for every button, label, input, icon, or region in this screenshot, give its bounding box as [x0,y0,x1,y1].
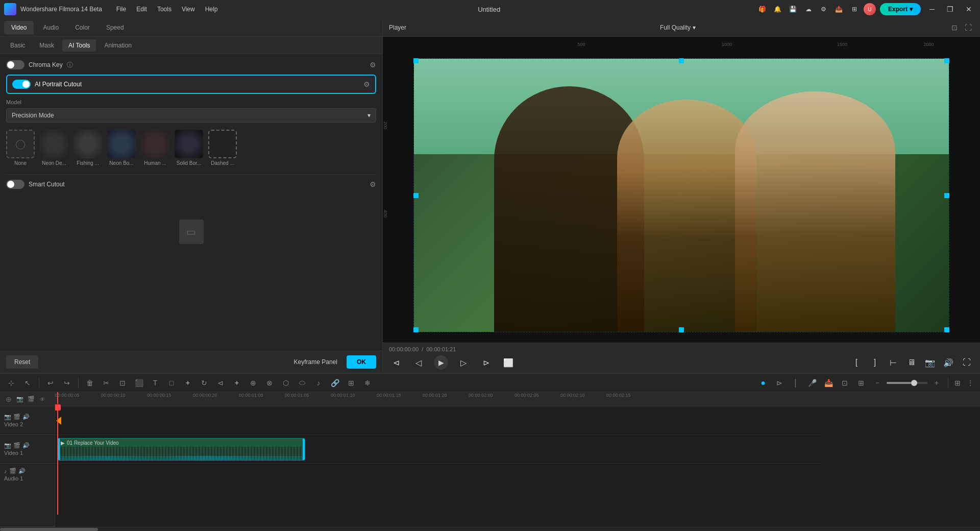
delete-button[interactable]: 🗑 [83,376,97,390]
video-clip[interactable]: ▶ 01 Replace Your Video [57,438,305,461]
audio-tool-button[interactable]: ♪ [311,376,326,390]
ai-portrait-toggle[interactable] [12,80,31,89]
color-tool-button[interactable]: ⬭ [295,376,309,390]
pointer-button[interactable]: ↖ [20,376,35,390]
handle-top-left[interactable] [413,58,419,63]
step-forward-button[interactable]: ▷ [456,355,471,370]
step-back-button[interactable]: ◁ [411,355,426,370]
handle-bottom-right[interactable] [944,327,949,332]
prev-keyframe-button[interactable]: ⊲ [389,355,403,370]
zoom-thumb[interactable] [911,380,917,386]
ai-portrait-settings-icon[interactable]: ⚙ [363,80,370,88]
crop-button[interactable]: ⊡ [115,376,130,390]
link-button[interactable]: 🔗 [328,376,342,390]
zoom-slider[interactable] [887,382,927,384]
video1-track[interactable]: ▶ 01 Replace Your Video [55,435,821,464]
tab-audio[interactable]: Audio [36,21,66,34]
text-button[interactable]: T [148,376,162,390]
effect-neon-bo[interactable]: Neon Bo... [107,130,136,166]
monitor-button[interactable]: 🖥 [904,355,919,370]
smart-cutout-toggle[interactable] [6,180,24,189]
reset-button[interactable]: Reset [6,355,38,369]
effect-fishing[interactable]: Fishing ... [74,130,102,166]
settings-header-icon[interactable]: ⚙ [818,3,830,15]
quality-selector[interactable]: Full Quality ▾ [660,24,696,31]
model-dropdown[interactable]: Precision Mode ▾ [6,108,376,123]
mask-tool-button[interactable]: ⬡ [279,376,293,390]
bell-icon[interactable]: 🔔 [772,3,784,15]
grid-icon[interactable]: ⊞ [848,3,861,15]
fullscreen-player-button[interactable]: ⛶ [960,355,974,370]
handle-bottom-left[interactable] [413,327,419,332]
tab-speed[interactable]: Speed [99,21,131,34]
tab-video[interactable]: Video [4,21,34,34]
share-icon[interactable]: 📤 [833,3,845,15]
tab-color[interactable]: Color [68,21,97,34]
speed-ramp-button[interactable]: ⊗ [262,376,277,390]
menu-view[interactable]: View [178,4,199,15]
loop-button[interactable]: ⬜ [501,355,516,370]
transform-button[interactable]: ↻ [197,376,211,390]
handle-middle-right[interactable] [944,193,949,198]
chroma-key-info-icon[interactable]: ⓘ [67,61,73,69]
handle-bottom-middle[interactable] [679,327,684,332]
mark-in-button[interactable]: ⊢ [886,355,900,370]
pip-button[interactable]: ⊡ [838,376,852,390]
volume-button[interactable]: 🔊 [941,355,955,370]
freeze-button[interactable]: ❄ [360,376,375,390]
effect-solid-bor[interactable]: Solid Bor... [175,130,203,166]
effect-neon-de[interactable]: Neon De... [40,130,68,166]
audio1-volume-icon[interactable]: 🔊 [18,468,26,474]
motion-button[interactable]: ⊲ [213,376,228,390]
handle-top-middle[interactable] [679,58,684,63]
minus-zoom-button[interactable]: － [870,376,885,390]
import-button[interactable]: 📥 [821,376,836,390]
out-point-button[interactable]: ] [868,355,882,370]
close-button[interactable]: ✕ [962,2,976,16]
gift-icon[interactable]: 🎁 [756,3,769,15]
layout-grid-button[interactable]: ⊞ [952,378,963,388]
player-fullscreen-button[interactable]: ⛶ [963,22,974,33]
effect-none[interactable]: ◯ None [6,130,35,166]
video2-track[interactable] [55,406,821,435]
timeline-tracks[interactable]: 00:00:00:05 00:00:00:10 00:00:00:15 00:0… [55,392,980,527]
keyframe-panel-button[interactable]: Keyframe Panel [289,355,342,369]
video-frame[interactable] [413,58,949,332]
screenshot-button[interactable]: 📷 [923,355,937,370]
user-avatar[interactable]: U [864,3,876,15]
video2-volume-icon[interactable]: 🔊 [22,414,30,420]
video1-volume-icon[interactable]: 🔊 [22,442,30,449]
mic-button[interactable]: 🎤 [805,376,819,390]
undo-button[interactable]: ↩ [43,376,58,390]
add-track-button[interactable]: ⊕ [4,395,13,404]
maximize-button[interactable]: ❐ [943,2,958,16]
more-button[interactable]: ⊕ [246,376,260,390]
smart-cutout-settings-icon[interactable]: ⚙ [370,180,376,188]
menu-file[interactable]: File [112,4,130,15]
split-button[interactable]: │ [789,376,803,390]
minimize-button[interactable]: ─ [925,2,939,16]
mosaic-button[interactable]: ⊞ [854,376,868,390]
save-icon[interactable]: 💾 [787,3,799,15]
clip-right-handle[interactable] [303,439,305,460]
green-circle-button[interactable]: ● [756,376,770,390]
handle-middle-left[interactable] [413,193,419,198]
scrollbar-thumb[interactable] [0,528,98,531]
group-button[interactable]: ⊞ [344,376,358,390]
menu-help[interactable]: Help [201,4,222,15]
menu-tools[interactable]: Tools [153,4,176,15]
clip-left-handle[interactable] [58,439,60,460]
ok-button[interactable]: OK [347,355,376,369]
sub-tab-mask[interactable]: Mask [33,39,60,52]
sub-tab-basic[interactable]: Basic [4,39,31,52]
play-button[interactable]: ▶ [434,355,448,370]
chroma-key-toggle[interactable] [6,60,24,69]
ai-cut-button[interactable]: ✦ [230,376,244,390]
plus-zoom-button[interactable]: ＋ [929,376,944,390]
sub-tab-animation[interactable]: Animation [98,39,137,52]
timeline-scrollbar[interactable] [0,527,980,531]
redo-button[interactable]: ↪ [60,376,74,390]
menu-edit[interactable]: Edit [132,4,151,15]
cloud-icon[interactable]: ☁ [802,3,815,15]
effect-dashed[interactable]: Dashed ... [208,130,237,166]
